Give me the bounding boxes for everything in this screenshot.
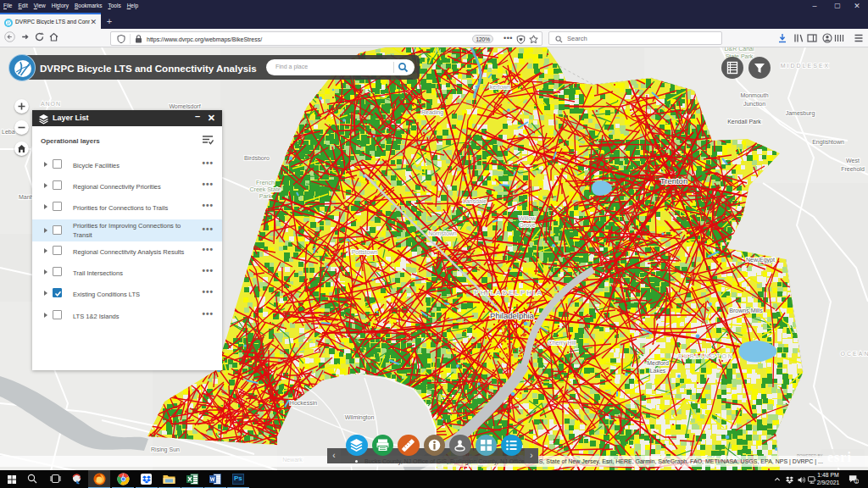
svg-text:French: French (256, 180, 275, 186)
svg-text:Hockessin: Hockessin (290, 400, 317, 406)
svg-text:Reading: Reading (421, 109, 443, 116)
svg-text:Lakes: Lakes (650, 368, 666, 374)
svg-text:Pottstown: Pottstown (352, 249, 378, 255)
svg-text:Leba: Leba (2, 129, 15, 135)
svg-text:Cherry Hill: Cherry Hill (548, 340, 576, 347)
svg-text:Lansdale: Lansdale (463, 198, 487, 204)
svg-text:Monmouth: Monmouth (740, 92, 768, 98)
svg-text:Kendall Park: Kendall Park (727, 119, 761, 125)
svg-text:Junction: Junction (743, 101, 765, 107)
svg-text:Wilmington: Wilmington (345, 414, 375, 421)
svg-text:Medford: Medford (647, 360, 669, 366)
svg-text:Rising Sun: Rising Sun (151, 446, 180, 453)
svg-text:MIDDLESEX: MIDDLESEX (781, 63, 830, 69)
svg-text:Park: Park (259, 193, 272, 199)
svg-text:West: West (846, 158, 860, 164)
svg-text:ANON: ANON (41, 101, 61, 107)
svg-text:kertown: kertown (490, 84, 511, 90)
svg-text:OCEAN: OCEAN (841, 351, 868, 357)
svg-text:Willow: Willow (519, 215, 537, 221)
svg-text:Birdsboro: Birdsboro (244, 155, 270, 161)
svg-text:Norristown: Norristown (428, 230, 457, 236)
svg-text:1: 1 (855, 480, 858, 484)
svg-text:Trenton: Trenton (660, 176, 687, 186)
svg-text:Philadelphia: Philadelphia (490, 311, 534, 320)
svg-text:Jamesburg: Jamesburg (786, 110, 815, 117)
svg-text:Englishtown: Englishtown (812, 139, 844, 146)
svg-text:BURLINGTON: BURLINGTON (678, 353, 734, 359)
svg-text:Browns Mills: Browns Mills (729, 308, 763, 313)
svg-text:Freehold: Freehold (841, 166, 865, 172)
svg-text:Creek State: Creek State (250, 186, 281, 192)
svg-text:New Egypt: New Egypt (746, 257, 775, 263)
svg-text:Grove: Grove (519, 222, 535, 228)
svg-text:Womelsdorf: Womelsdorf (169, 103, 200, 109)
svg-text:PHILADELPHIA: PHILADELPHIA (474, 289, 542, 297)
svg-text:D&R Canal: D&R Canal (724, 47, 754, 52)
